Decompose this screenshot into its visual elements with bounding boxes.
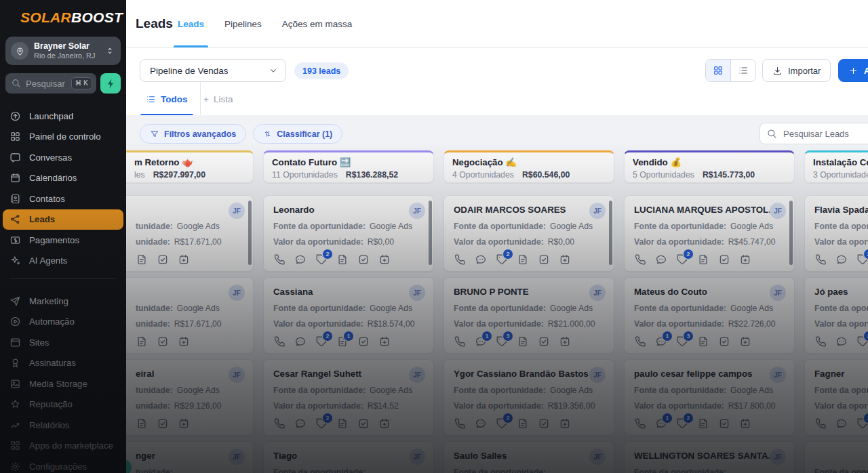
tag-icon[interactable]: 2 bbox=[315, 253, 328, 266]
sidebar-item-contacts[interactable]: Contatos bbox=[0, 188, 126, 209]
phone-icon[interactable] bbox=[634, 417, 646, 430]
calendar-plus-icon[interactable] bbox=[378, 417, 391, 430]
tag-icon[interactable]: 3 bbox=[676, 335, 688, 348]
calendar-plus-icon[interactable] bbox=[178, 253, 190, 266]
column-scrollbar[interactable] bbox=[248, 201, 252, 265]
quick-actions-button[interactable] bbox=[100, 73, 121, 94]
task-icon[interactable] bbox=[157, 335, 169, 348]
add-lead-button[interactable]: Adicionar bbox=[838, 59, 868, 82]
task-icon[interactable] bbox=[538, 417, 550, 430]
task-icon[interactable] bbox=[718, 417, 730, 430]
tab-leads[interactable]: Leads bbox=[178, 0, 204, 47]
chat-icon[interactable]: 1 bbox=[475, 335, 487, 348]
chat-icon[interactable] bbox=[835, 335, 848, 348]
phone-icon[interactable] bbox=[273, 253, 285, 266]
sidebar-item-calendars[interactable]: Calendários bbox=[0, 168, 126, 189]
lead-card[interactable]: BRUNO P PONTEJFFonte da oportunidade:Goo… bbox=[443, 277, 614, 354]
phone-icon[interactable] bbox=[454, 253, 466, 266]
task-icon[interactable] bbox=[538, 253, 550, 266]
note-icon[interactable] bbox=[697, 253, 709, 266]
phone-icon[interactable] bbox=[814, 335, 827, 348]
phone-icon[interactable] bbox=[814, 253, 827, 266]
pipeline-select[interactable]: Pipeline de Vendas bbox=[140, 59, 286, 82]
lead-card[interactable]: ODAIR MARCOS SOARESJFFonte da oportunida… bbox=[443, 195, 614, 272]
note-icon[interactable]: 1 bbox=[336, 335, 349, 348]
calendar-plus-icon[interactable] bbox=[178, 417, 190, 430]
task-icon[interactable] bbox=[538, 335, 550, 348]
calendar-plus-icon[interactable] bbox=[559, 335, 571, 348]
calendar-plus-icon[interactable] bbox=[739, 335, 751, 348]
sidebar-item-reputation[interactable]: Reputação bbox=[0, 394, 126, 415]
note-icon[interactable] bbox=[517, 417, 529, 430]
lead-card[interactable]: LUCIANA MARQUES APOSTOL...JFFonte da opo… bbox=[624, 195, 795, 272]
chat-icon[interactable] bbox=[835, 417, 848, 430]
task-icon[interactable] bbox=[157, 253, 169, 266]
grid-view-button[interactable] bbox=[706, 60, 730, 81]
note-icon[interactable] bbox=[697, 417, 709, 430]
task-icon[interactable] bbox=[357, 335, 370, 348]
note-icon[interactable] bbox=[336, 253, 349, 266]
account-switcher[interactable]: Brayner Solar Rio de Janeiro, RJ bbox=[5, 37, 121, 65]
phone-icon[interactable] bbox=[273, 417, 285, 430]
note-icon[interactable] bbox=[136, 335, 148, 348]
lead-card[interactable]: JFtunidade:Google Adsunidade:R$17.671,00 bbox=[126, 277, 254, 354]
sidebar-item-conversations[interactable]: Conversas bbox=[0, 147, 126, 168]
sidebar-item-dashboard[interactable]: Painel de controlo bbox=[0, 127, 126, 148]
chat-icon[interactable]: 1 bbox=[655, 417, 667, 430]
chat-icon[interactable] bbox=[475, 253, 487, 266]
calendar-plus-icon[interactable] bbox=[378, 253, 391, 266]
task-icon[interactable] bbox=[357, 417, 370, 430]
calendar-plus-icon[interactable] bbox=[559, 253, 571, 266]
lead-card[interactable]: Jó paesJFFonte da oportunidade:Valor da … bbox=[804, 277, 868, 354]
tag-icon[interactable]: 2 bbox=[676, 417, 688, 430]
note-icon[interactable] bbox=[136, 417, 148, 430]
import-button[interactable]: Importar bbox=[762, 59, 831, 82]
chat-icon[interactable]: 1 bbox=[655, 335, 667, 348]
phone-icon[interactable] bbox=[634, 253, 646, 266]
lead-card[interactable]: Saulo SallesJFFonte da oportunidade:Valo… bbox=[443, 441, 614, 473]
lead-card[interactable]: Cesar Rangel SuhettJFFonte da oportunida… bbox=[263, 359, 434, 436]
tag-icon[interactable]: 2 bbox=[856, 253, 868, 266]
phone-icon[interactable] bbox=[814, 417, 827, 430]
calendar-plus-icon[interactable] bbox=[739, 253, 751, 266]
phone-icon[interactable] bbox=[454, 417, 466, 430]
sidebar-item-marketplace[interactable]: Apps do marketplace bbox=[0, 436, 126, 457]
column-scrollbar[interactable] bbox=[789, 201, 793, 265]
sidebar-item-memberships[interactable]: Assinaturas bbox=[0, 353, 126, 374]
calendar-plus-icon[interactable] bbox=[559, 417, 571, 430]
note-icon[interactable] bbox=[517, 253, 529, 266]
sidebar-item-media-storage[interactable]: Media Storage bbox=[0, 373, 126, 394]
sort-button[interactable]: Classificar (1) bbox=[253, 124, 342, 144]
tag-icon[interactable]: 2 bbox=[315, 335, 328, 348]
task-icon[interactable] bbox=[718, 335, 730, 348]
task-icon[interactable] bbox=[157, 417, 169, 430]
column-scrollbar[interactable] bbox=[429, 201, 432, 265]
lead-card[interactable]: paulo cesar felippe camposJFFonte da opo… bbox=[624, 359, 795, 436]
lead-card[interactable]: FagnerJFFonte da oportunidade:Valor da o… bbox=[804, 359, 868, 436]
calendar-plus-icon[interactable] bbox=[739, 417, 751, 430]
lead-card[interactable]: Flavia SpadaJFFonte da oportunidade:Valo… bbox=[804, 195, 868, 272]
task-icon[interactable] bbox=[718, 253, 730, 266]
sidebar-item-marketing[interactable]: Marketing bbox=[0, 291, 126, 312]
tag-icon[interactable]: 2 bbox=[315, 417, 328, 430]
lead-card[interactable]: Ygor Cassiano Brandão BastosJFFonte da o… bbox=[443, 359, 614, 436]
note-icon[interactable] bbox=[517, 335, 529, 348]
lead-card[interactable]: ngerJFtunidade:unidade: bbox=[126, 441, 254, 473]
sidebar-item-reporting[interactable]: Relatórios bbox=[0, 415, 126, 436]
calendar-plus-icon[interactable] bbox=[378, 335, 391, 348]
lead-card[interactable]: Fonte da oportunidade:Valor da oportunid… bbox=[804, 441, 868, 473]
phone-icon[interactable] bbox=[454, 335, 466, 348]
tab-todos[interactable]: Todos bbox=[146, 82, 201, 116]
chat-icon[interactable] bbox=[835, 253, 848, 266]
note-icon[interactable] bbox=[336, 417, 349, 430]
chat-icon[interactable] bbox=[294, 335, 307, 348]
chat-icon[interactable] bbox=[294, 253, 307, 266]
tag-icon[interactable]: 2 bbox=[856, 335, 868, 348]
tab-bulk-actions[interactable]: Ações em massa bbox=[282, 0, 353, 47]
chat-icon[interactable] bbox=[655, 253, 667, 266]
phone-icon[interactable] bbox=[273, 335, 285, 348]
list-view-button[interactable] bbox=[730, 60, 755, 81]
tab-pipelines[interactable]: Pipelines bbox=[224, 0, 262, 47]
lead-card[interactable]: Mateus do CoutoJFFonte da oportunidade:G… bbox=[624, 277, 795, 354]
lead-card[interactable]: WELLINGTON SOARES SANTA...JFFonte da opo… bbox=[624, 441, 795, 473]
